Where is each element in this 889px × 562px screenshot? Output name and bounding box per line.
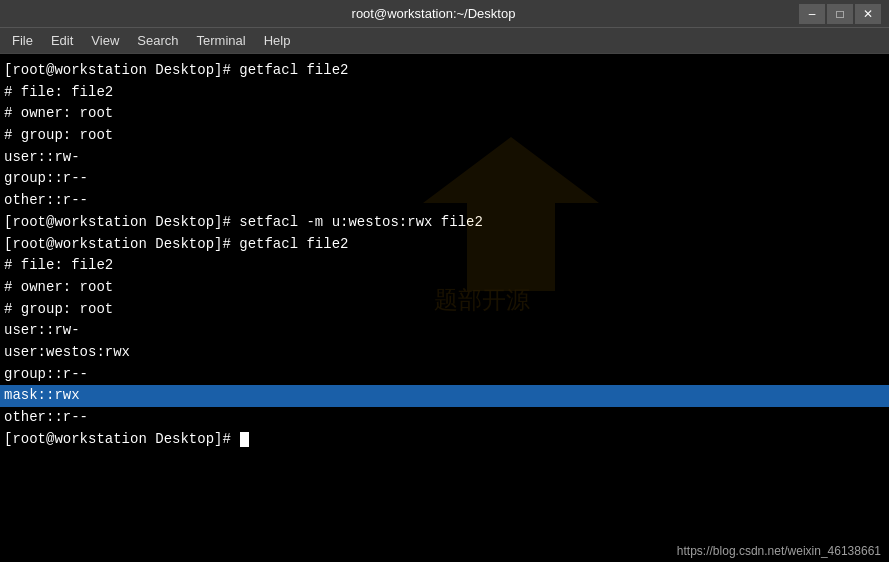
terminal-content: [root@workstation Desktop]# getfacl file…	[4, 60, 885, 450]
terminal-line: user:westos:rwx	[4, 342, 885, 364]
terminal-line: [root@workstation Desktop]# getfacl file…	[4, 234, 885, 256]
terminal-line: user::rw-	[4, 320, 885, 342]
menu-item-file[interactable]: File	[4, 31, 41, 50]
close-button[interactable]: ✕	[855, 4, 881, 24]
titlebar: root@workstation:~/Desktop – □ ✕	[0, 0, 889, 28]
menu-item-help[interactable]: Help	[256, 31, 299, 50]
terminal-line: # owner: root	[4, 103, 885, 125]
terminal-line: other::r--	[4, 407, 885, 429]
terminal-line: # group: root	[4, 125, 885, 147]
terminal-line: # group: root	[4, 299, 885, 321]
terminal-line: user::rw-	[4, 147, 885, 169]
terminal-line: [root@workstation Desktop]#	[4, 429, 885, 451]
url-bar: https://blog.csdn.net/weixin_46138661	[677, 544, 881, 558]
terminal-line: # file: file2	[4, 82, 885, 104]
maximize-button[interactable]: □	[827, 4, 853, 24]
titlebar-title: root@workstation:~/Desktop	[68, 6, 799, 21]
menu-item-edit[interactable]: Edit	[43, 31, 81, 50]
terminal[interactable]: 题部开源 [root@workstation Desktop]# getfacl…	[0, 54, 889, 562]
terminal-line: # file: file2	[4, 255, 885, 277]
terminal-cursor	[240, 432, 249, 447]
terminal-line: [root@workstation Desktop]# getfacl file…	[4, 60, 885, 82]
titlebar-controls: – □ ✕	[799, 4, 881, 24]
menu-item-view[interactable]: View	[83, 31, 127, 50]
terminal-line: other::r--	[4, 190, 885, 212]
menu-item-terminal[interactable]: Terminal	[189, 31, 254, 50]
menubar: FileEditViewSearchTerminalHelp	[0, 28, 889, 54]
menu-item-search[interactable]: Search	[129, 31, 186, 50]
terminal-line: [root@workstation Desktop]# setfacl -m u…	[4, 212, 885, 234]
terminal-line: group::r--	[4, 168, 885, 190]
terminal-line: mask::rwx	[0, 385, 889, 407]
minimize-button[interactable]: –	[799, 4, 825, 24]
terminal-line: # owner: root	[4, 277, 885, 299]
terminal-line: group::r--	[4, 364, 885, 386]
